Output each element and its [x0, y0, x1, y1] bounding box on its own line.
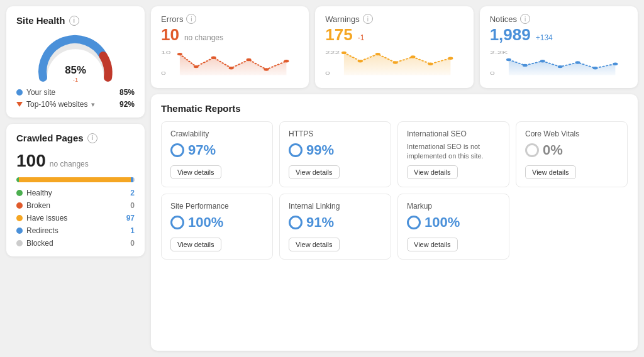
svg-point-31 — [613, 62, 618, 65]
errors-info-icon[interactable]: i — [186, 14, 196, 24]
stat-redirects: Redirects 1 — [16, 226, 135, 235]
intl-seo-view-details[interactable]: View details — [407, 165, 458, 179]
svg-text:2.2K: 2.2K — [490, 50, 508, 55]
warnings-card: Warnings i 175 -1 222 0 — [315, 6, 473, 88]
cwv-name: Core Web Vitals — [525, 129, 618, 138]
site-perf-circle — [170, 216, 184, 229]
stat-broken: Broken 0 — [16, 201, 135, 210]
int-link-view-details[interactable]: View details — [289, 238, 340, 251]
report-crawlability: Crawlability 97% View details — [161, 121, 273, 187]
svg-marker-14 — [344, 53, 450, 75]
gauge-svg: 85% -1 — [31, 33, 119, 80]
pb-issues — [19, 177, 131, 182]
blocked-dot — [16, 240, 23, 246]
crawled-pages-card: Crawled Pages i 100 no changes Healthy — [6, 124, 145, 256]
intl-seo-name: International SEO — [407, 129, 500, 138]
https-name: HTTPS — [289, 129, 382, 138]
top10-value: 92% — [119, 100, 135, 109]
legend-your-site: Your site 85% — [16, 88, 135, 97]
broken-label: Broken — [26, 201, 50, 210]
broken-dot — [16, 202, 23, 209]
cwv-view-details[interactable]: View details — [525, 165, 576, 179]
crawled-pages-label: Crawled Pages — [16, 133, 84, 143]
healthy-label: Healthy — [26, 189, 52, 197]
crawlability-pct: 97% — [188, 142, 216, 158]
svg-text:222: 222 — [325, 50, 340, 55]
cwv-pct: 0% — [543, 142, 563, 158]
svg-point-25 — [506, 58, 511, 61]
redirects-dot — [16, 228, 23, 234]
errors-sub: no changes — [184, 33, 223, 42]
broken-value: 0 — [130, 201, 135, 210]
int-link-score: 91% — [289, 214, 382, 231]
https-pct: 99% — [306, 142, 334, 158]
svg-point-9 — [247, 58, 252, 61]
issues-value: 97 — [126, 214, 135, 222]
svg-point-6 — [194, 65, 199, 68]
markup-view-details[interactable]: View details — [407, 238, 458, 251]
notices-chart: 2.2K 0 — [490, 47, 628, 79]
svg-point-5 — [177, 53, 182, 55]
gauge-legend: Your site 85% Top-10% websites ▾ 92% — [16, 88, 135, 109]
left-panel: Site Health i 85% -1 — [6, 6, 145, 351]
issues-label: Have issues — [26, 214, 67, 222]
report-intl-seo: International SEO International SEO is n… — [397, 121, 509, 187]
warnings-chart: 222 0 — [325, 47, 463, 79]
svg-text:0: 0 — [161, 71, 166, 76]
svg-point-11 — [284, 60, 289, 62]
healthy-dot — [16, 190, 23, 196]
crawlability-circle — [170, 143, 184, 157]
https-view-details[interactable]: View details — [289, 165, 340, 179]
reports-grid: Crawlability 97% View details HTTPS 99% … — [161, 121, 628, 260]
svg-point-30 — [592, 67, 597, 69]
blocked-value: 0 — [130, 239, 135, 248]
warnings-label: Warnings — [325, 14, 359, 24]
healthy-value: 2 — [130, 189, 135, 197]
stat-have-issues: Have issues 97 — [16, 214, 135, 222]
report-core-web-vitals: Core Web Vitals 0% View details — [516, 121, 628, 187]
int-link-pct: 91% — [306, 214, 334, 231]
redirects-label: Redirects — [26, 226, 58, 235]
site-health-title: Site Health i — [16, 15, 135, 26]
stat-list: Healthy 2 Broken 0 Have issues — [16, 189, 135, 248]
intl-seo-desc: International SEO is not implemented on … — [407, 142, 500, 162]
thematic-section: Thematic Reports Crawlability 97% View d… — [151, 94, 638, 351]
top10-chevron[interactable]: ▾ — [91, 101, 95, 109]
report-https: HTTPS 99% View details — [279, 121, 391, 187]
site-perf-pct: 100% — [188, 214, 223, 231]
notices-value: 1,989 — [490, 25, 531, 45]
top10-label: Top-10% websites — [26, 100, 87, 109]
blocked-label: Blocked — [26, 239, 53, 248]
https-score: 99% — [289, 142, 382, 158]
svg-point-28 — [557, 65, 562, 68]
notices-sub: +134 — [536, 33, 553, 42]
https-circle — [289, 143, 303, 157]
notices-card: Notices i 1,989 +134 2.2K 0 — [480, 6, 638, 88]
warnings-main: 175 -1 — [325, 25, 463, 45]
site-perf-view-details[interactable]: View details — [170, 238, 221, 251]
notices-info-icon[interactable]: i — [520, 14, 530, 24]
right-panel: Errors i 10 no changes 10 0 — [151, 6, 638, 351]
notices-main: 1,989 +134 — [490, 25, 628, 45]
crawled-pages-title: Crawled Pages i — [16, 133, 135, 143]
warnings-info-icon[interactable]: i — [363, 14, 373, 24]
svg-point-26 — [522, 64, 527, 67]
crawled-pages-info-icon[interactable]: i — [87, 133, 97, 143]
svg-marker-4 — [180, 54, 286, 75]
warnings-sub: -1 — [358, 33, 365, 42]
svg-text:-1: -1 — [73, 77, 78, 83]
svg-point-27 — [540, 60, 545, 62]
site-health-label: Site Health — [16, 15, 65, 26]
count-change: no changes — [50, 160, 89, 168]
cwv-circle — [525, 143, 539, 157]
svg-text:0: 0 — [490, 71, 495, 76]
svg-text:85%: 85% — [65, 64, 86, 76]
crawled-pages-count: 100 no changes — [16, 151, 135, 171]
int-link-name: Internal Linking — [289, 202, 382, 211]
svg-point-19 — [411, 55, 416, 58]
crawlability-view-details[interactable]: View details — [170, 165, 221, 179]
metrics-row: Errors i 10 no changes 10 0 — [151, 6, 638, 88]
site-health-card: Site Health i 85% -1 — [6, 6, 145, 118]
site-health-info-icon[interactable]: i — [69, 16, 79, 26]
your-site-value: 85% — [119, 88, 135, 97]
